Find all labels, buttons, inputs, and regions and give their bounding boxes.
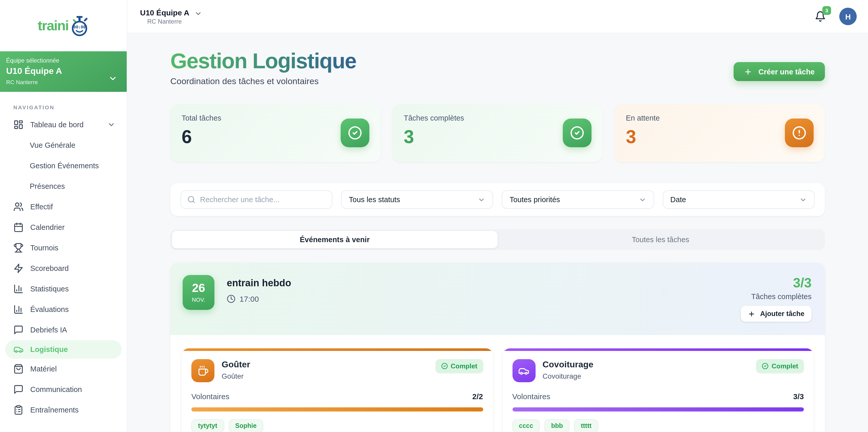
volunteers-progress-bar: [512, 408, 804, 412]
filter-bar: Tous les statuts Toutes priorités Date: [170, 183, 825, 216]
sidebar-item-label: Présences: [30, 182, 65, 190]
logo-wordmark: traini: [38, 18, 68, 34]
sidebar-item-label: Entraînements: [30, 406, 79, 414]
clock-icon: [227, 295, 236, 304]
sidebar-item-tableau-de-bord[interactable]: Tableau de bord: [0, 115, 127, 135]
volunteers-label: Volontaires: [191, 392, 229, 401]
stat-card-completed: Tâches complètes 3: [393, 104, 603, 162]
volunteer-tag: Sophie: [228, 420, 263, 432]
sidebar-item-scoreboard[interactable]: Scoreboard: [0, 258, 127, 279]
search-input[interactable]: [200, 196, 326, 204]
task-title: Covoiturage: [542, 360, 593, 370]
check-circle-icon: [563, 119, 591, 148]
coffee-icon: [191, 360, 214, 382]
users-icon: [13, 202, 24, 212]
message-square-icon: [13, 325, 24, 335]
sidebar-item-debriefs-ia[interactable]: Debriefs IA: [0, 320, 127, 340]
dashboard-icon: [13, 120, 24, 130]
priority-filter-select[interactable]: Toutes priorités: [502, 191, 654, 209]
sidebar-item-calendrier[interactable]: Calendrier: [0, 217, 127, 238]
main-area: U10 Équipe A RC Nanterre 3 H: [127, 0, 868, 432]
task-card-gouter[interactable]: Goûter Goûter Complet: [182, 349, 493, 432]
message-square-icon: [13, 384, 24, 395]
stat-label: Tâches complètes: [404, 114, 591, 122]
volunteer-tags: cccc bbb ttttt: [512, 420, 804, 432]
avatar[interactable]: H: [839, 8, 857, 25]
page-content: Gestion Logistique Coordination des tâch…: [127, 33, 868, 432]
chevron-down-icon: [194, 9, 202, 17]
sidebar-item-label: Tableau de bord: [30, 121, 84, 129]
check-circle-icon: [441, 363, 447, 370]
app-logo[interactable]: traini 00:00: [0, 0, 127, 51]
task-card-covoiturage[interactable]: Covoiturage Covoiturage Complet: [502, 349, 814, 432]
clipboard-list-icon: [13, 405, 24, 415]
status-filter-value: Tous les statuts: [349, 196, 400, 204]
sidebar-item-label: Debriefs IA: [30, 326, 67, 334]
notifications-button[interactable]: 3: [815, 11, 826, 22]
sidebar-item-label: Calendrier: [30, 223, 65, 232]
volunteer-tag: cccc: [512, 420, 540, 432]
add-task-label: Ajouter tâche: [760, 310, 804, 318]
volunteers-progress-bar: [191, 408, 483, 412]
add-task-button[interactable]: Ajouter tâche: [741, 306, 812, 322]
notification-badge: 3: [823, 6, 831, 15]
plus-icon: [744, 67, 752, 76]
status-badge-label: Complet: [772, 363, 798, 370]
sidebar-item-materiel[interactable]: Matériel: [0, 359, 127, 379]
team-selector[interactable]: Équipe sélectionnée U10 Équipe A RC Nant…: [0, 51, 127, 92]
stopwatch-icon: 00:00: [69, 16, 89, 37]
stats-row: Total tâches 6 Tâches complètes 3 En att…: [170, 104, 825, 162]
trophy-icon: [13, 243, 24, 253]
event-title: entrain hebdo: [227, 278, 291, 289]
team-selector-team: U10 Équipe A: [6, 66, 121, 76]
topbar-team-name: U10 Équipe A: [140, 8, 189, 17]
task-accent-bar: [502, 349, 814, 351]
topbar: U10 Équipe A RC Nanterre 3 H: [127, 0, 868, 33]
stat-label: Total tâches: [182, 114, 369, 122]
tab-toutes-les-taches[interactable]: Toutes les tâches: [498, 231, 824, 249]
event-time-value: 17:00: [240, 295, 259, 304]
sidebar-item-communication[interactable]: Communication: [0, 379, 127, 400]
sidebar-item-statistiques[interactable]: Statistiques: [0, 279, 127, 299]
chevron-down-icon: [107, 121, 116, 129]
sidebar-item-label: Effectif: [30, 203, 53, 211]
volunteers-label: Volontaires: [512, 392, 550, 401]
check-circle-icon: [341, 119, 369, 148]
sidebar-item-entrainements[interactable]: Entraînements: [0, 400, 127, 420]
status-filter-select[interactable]: Tous les statuts: [341, 191, 493, 209]
sidebar-item-gestion-evenements[interactable]: Gestion Événements: [0, 155, 127, 176]
sidebar-item-presences[interactable]: Présences: [0, 176, 127, 196]
progress-fill: [191, 408, 483, 412]
topbar-team-selector[interactable]: U10 Équipe A RC Nanterre: [140, 8, 202, 25]
event-completion: 3/3: [793, 276, 812, 289]
status-badge: Complet: [435, 360, 483, 373]
sidebar-item-effectif[interactable]: Effectif: [0, 196, 127, 217]
page-header: Gestion Logistique Coordination des tâch…: [170, 49, 825, 87]
task-subtitle: Goûter: [222, 372, 250, 380]
page-title: Gestion Logistique: [170, 49, 356, 73]
alert-circle-icon: [785, 119, 814, 148]
topbar-club-name: RC Nanterre: [147, 18, 202, 25]
sidebar-item-evaluations[interactable]: Évaluations: [0, 299, 127, 320]
sidebar-nav: NAVIGATION Tableau de bord Vue Générale …: [0, 92, 127, 420]
status-badge: Complet: [756, 360, 804, 373]
search-icon: [187, 196, 195, 204]
bar-chart-icon: [13, 284, 24, 294]
check-circle-icon: [762, 363, 769, 370]
volunteer-tags: tytytyt Sophie: [191, 420, 483, 432]
task-subtitle: Covoiturage: [542, 372, 593, 380]
car-icon: [13, 344, 24, 354]
date-filter-select[interactable]: Date: [662, 191, 815, 209]
bar-chart-icon: [13, 304, 24, 314]
event-month: NOV.: [192, 297, 205, 303]
create-task-button[interactable]: Créer une tâche: [734, 62, 825, 81]
sidebar-item-vue-generale[interactable]: Vue Générale: [0, 135, 127, 155]
chevron-down-icon: [478, 196, 486, 204]
tab-evenements-a-venir[interactable]: Événements à venir: [172, 231, 498, 249]
sidebar-item-logistique[interactable]: Logistique: [5, 340, 122, 359]
event-completion-label: Tâches complètes: [751, 293, 812, 301]
event-day: 26: [192, 282, 205, 294]
volunteer-tag: bbb: [545, 420, 570, 432]
sidebar-item-label: Matériel: [30, 365, 57, 373]
sidebar-item-tournois[interactable]: Tournois: [0, 238, 127, 258]
